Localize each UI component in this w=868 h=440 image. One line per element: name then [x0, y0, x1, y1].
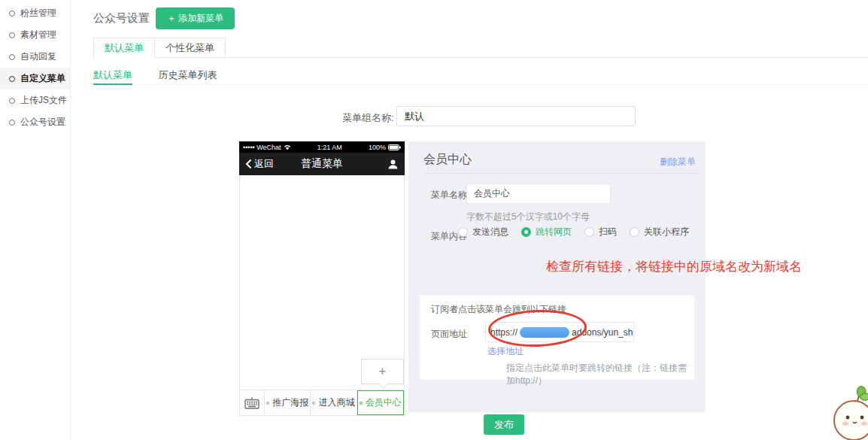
circle-icon	[9, 32, 15, 38]
tab-default-menu[interactable]: 默认菜单	[93, 38, 155, 58]
phone-menu-label: 推广海报	[272, 396, 308, 409]
circle-icon	[9, 76, 15, 82]
menu-dot-icon	[266, 402, 269, 405]
menu-dot-icon	[360, 402, 363, 405]
radio-jump-webpage[interactable]: 跳转网页	[521, 226, 572, 238]
link-box-title: 订阅者点击该菜单会跳到以下链接	[431, 303, 566, 316]
page: 粉丝管理 素材管理 自动回复 自定义菜单 上传JS文件 公众号设置 公众号设置 …	[0, 0, 868, 440]
sidebar-item-upload-js[interactable]: 上传JS文件	[0, 90, 70, 111]
page-url-input[interactable]: https:// addons/yun_shop/?	[485, 322, 634, 342]
radio-circle-icon	[584, 227, 594, 237]
page-url-hint: 指定点击此菜单时要跳转的链接（注：链接需加http://）	[506, 362, 694, 387]
phone-menu-bar: 推广海报 进入商城 会员中心	[239, 390, 405, 416]
add-submenu-popup[interactable]: +	[361, 359, 404, 384]
sidebar-item-label: 自动回复	[20, 50, 56, 63]
menu-name-label: 菜单名称	[431, 189, 467, 202]
delete-menu-link[interactable]: 删除菜单	[660, 156, 696, 168]
sidebar: 粉丝管理 素材管理 自动回复 自定义菜单 上传JS文件 公众号设置	[0, 0, 71, 440]
back-label: 返回	[254, 157, 274, 171]
menu-group-name-label: 菜单组名称:	[342, 111, 394, 125]
menu-name-hint: 字数不超过5个汉字或10个字母	[466, 211, 590, 223]
menu-editor-panel: 会员中心 删除菜单 菜单名称 字数不超过5个汉字或10个字母 菜单内容 发送消息…	[408, 141, 706, 412]
sidebar-item-custom-menu[interactable]: 自定义菜单	[0, 68, 70, 90]
phone-menu-label: 进入商城	[318, 396, 354, 409]
chevron-left-icon	[245, 159, 252, 169]
page-title: 公众号设置	[93, 11, 150, 26]
phone-menu-item-poster[interactable]: 推广海报	[265, 390, 311, 415]
url-prefix-text: https://	[490, 327, 517, 338]
radio-circle-icon	[521, 227, 531, 237]
red-annotation-text: 检查所有链接，将链接中的原域名改为新域名	[546, 258, 802, 275]
person-icon	[387, 159, 399, 170]
link-settings-box: 订阅者点击该菜单会跳到以下链接 页面地址 https:// addons/yun…	[420, 296, 694, 380]
radio-send-message[interactable]: 发送消息	[458, 226, 508, 238]
sidebar-item-label: 公众号设置	[20, 116, 65, 129]
menu-name-input[interactable]	[466, 184, 611, 204]
wifi-icon	[284, 144, 291, 150]
tab-personalized-menu[interactable]: 个性化菜单	[155, 38, 226, 58]
keyboard-icon	[244, 397, 259, 409]
back-button: 返回	[245, 157, 274, 171]
radio-label: 发送消息	[472, 226, 508, 238]
circle-icon	[9, 11, 15, 17]
subtab-default-menu[interactable]: 默认菜单	[93, 66, 132, 85]
radio-scan-code[interactable]: 扫码	[584, 226, 617, 238]
radio-circle-icon	[630, 227, 639, 237]
battery-icon	[388, 144, 401, 150]
publish-button[interactable]: 发布	[484, 414, 524, 435]
phone-preview: ••••• WeChat 1:21 AM 100% 返回 普通菜单 +	[239, 141, 405, 416]
circle-icon	[9, 54, 15, 60]
phone-menu-label: 会员中心	[366, 396, 402, 409]
sidebar-item-label: 上传JS文件	[20, 94, 67, 107]
keyboard-toggle-cell	[240, 390, 265, 415]
editor-title: 会员中心	[423, 152, 472, 168]
phone-status-bar: ••••• WeChat 1:21 AM 100%	[239, 141, 405, 153]
carrier-label: ••••• WeChat	[243, 144, 281, 151]
radio-label: 扫码	[599, 226, 617, 238]
menu-group-name-input[interactable]	[396, 106, 636, 126]
plus-icon: +	[379, 364, 387, 379]
battery-percent-label: 100%	[369, 144, 386, 151]
sidebar-item-label: 粉丝管理	[20, 7, 56, 20]
circle-icon	[9, 98, 15, 104]
radio-label: 关联小程序	[644, 226, 689, 238]
sidebar-item-label: 素材管理	[20, 29, 56, 41]
phone-nav-bar: 返回 普通菜单	[239, 153, 405, 175]
phone-menu-item-mall[interactable]: 进入商城	[311, 390, 357, 415]
phone-menu-item-member-center[interactable]: 会员中心	[357, 390, 404, 415]
primary-tab-bar: 默认菜单个性化菜单	[93, 38, 868, 58]
sidebar-item-material[interactable]: 素材管理	[0, 24, 70, 46]
sidebar-item-autoreply[interactable]: 自动回复	[0, 46, 70, 68]
blue-redaction-marker	[520, 327, 569, 338]
menu-content-radio-group: 发送消息 跳转网页 扫码 关联小程序	[458, 226, 702, 238]
sidebar-item-label: 自定义菜单	[20, 72, 65, 85]
page-url-label: 页面地址	[431, 328, 467, 341]
sidebar-item-fans[interactable]: 粉丝管理	[0, 2, 70, 24]
choose-address-link[interactable]: 选择地址	[487, 345, 524, 358]
radio-mini-program[interactable]: 关联小程序	[630, 226, 689, 238]
subtab-history-menu-list[interactable]: 历史菜单列表	[158, 66, 217, 85]
add-new-menu-button[interactable]: ＋ 添加新菜单	[156, 8, 235, 29]
menu-dot-icon	[312, 402, 315, 405]
url-suffix-text: addons/yun_shop/?	[572, 327, 634, 338]
radio-circle-icon	[458, 227, 468, 237]
secondary-tab-bar: 默认菜单 历史菜单列表	[93, 66, 868, 85]
clock-label: 1:21 AM	[317, 144, 342, 151]
divider	[423, 173, 698, 174]
mascot-radish-icon[interactable]	[830, 383, 868, 440]
circle-icon	[9, 120, 15, 126]
sidebar-item-account-settings[interactable]: 公众号设置	[0, 111, 70, 133]
radio-label: 跳转网页	[536, 226, 572, 238]
